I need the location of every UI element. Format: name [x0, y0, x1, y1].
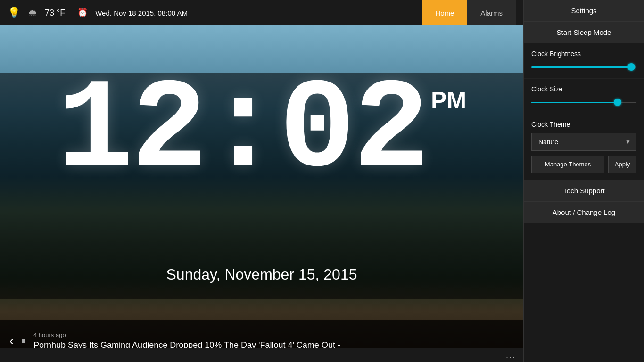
settings-button[interactable]: Settings — [524, 0, 644, 22]
about-button[interactable]: About / Change Log — [524, 202, 644, 223]
theme-dropdown[interactable]: Nature Ocean Forest City Abstract — [531, 133, 636, 151]
clock-brightness-slider-container — [531, 62, 636, 72]
alarm-icon: ⏰ — [77, 8, 88, 18]
tech-support-button[interactable]: Tech Support — [524, 180, 644, 202]
clock-display: 12:02 PM — [0, 77, 523, 186]
right-panel: Settings Start Sleep Mode Clock Brightne… — [523, 0, 644, 362]
tab-home[interactable]: Home — [422, 0, 467, 25]
topbar: 💡 🌧 73 °F ⏰ Wed, Nov 18 2015, 08:00 AM H… — [0, 0, 523, 25]
nav-tabs: Home Alarms — [422, 0, 516, 25]
bottom-bar: ... — [0, 348, 523, 362]
clock-size-section: Clock Size — [524, 79, 644, 114]
temperature: 73 °F — [45, 8, 65, 18]
clock-size-label: Clock Size — [531, 85, 636, 93]
datetime: Wed, Nov 18 2015, 08:00 AM — [95, 9, 188, 17]
brightness-fill — [531, 66, 631, 68]
weather-icon: 🌧 — [28, 8, 37, 18]
clock-size-slider-container — [531, 98, 636, 107]
clock-time: 12:02 — [57, 77, 427, 186]
manage-themes-button[interactable]: Manage Themes — [531, 156, 604, 173]
theme-btn-row: Manage Themes Apply — [531, 156, 636, 173]
theme-select-container: Nature Ocean Forest City Abstract ▼ — [531, 133, 636, 151]
clock-ampm: PM — [431, 87, 466, 114]
ticker-time: 4 hours ago — [33, 331, 514, 338]
main-area: 12:02 PM Sunday, November 15, 2015 ‹ ■ 4… — [0, 25, 523, 362]
size-fill — [531, 102, 618, 103]
bulb-icon: 💡 — [8, 7, 20, 19]
ticker-content: 4 hours ago Pornhub Says Its Gaming Audi… — [33, 331, 514, 350]
brightness-thumb[interactable] — [627, 63, 635, 71]
sleep-mode-button[interactable]: Start Sleep Mode — [524, 22, 644, 43]
size-thumb[interactable] — [614, 99, 621, 106]
more-dots[interactable]: ... — [506, 350, 516, 360]
tab-alarms[interactable]: Alarms — [467, 0, 516, 25]
size-track — [531, 102, 636, 103]
clock-date: Sunday, November 15, 2015 — [0, 266, 523, 283]
rss-icon: ■ — [21, 337, 26, 345]
clock-theme-section: Clock Theme Nature Ocean Forest City Abs… — [524, 114, 644, 180]
brightness-track — [531, 66, 636, 68]
ticker-prev-button[interactable]: ‹ — [9, 333, 14, 348]
clock-brightness-section: Clock Brightness — [524, 43, 644, 79]
clock-brightness-label: Clock Brightness — [531, 50, 636, 58]
apply-button[interactable]: Apply — [608, 156, 636, 173]
clock-theme-label: Clock Theme — [531, 121, 636, 128]
